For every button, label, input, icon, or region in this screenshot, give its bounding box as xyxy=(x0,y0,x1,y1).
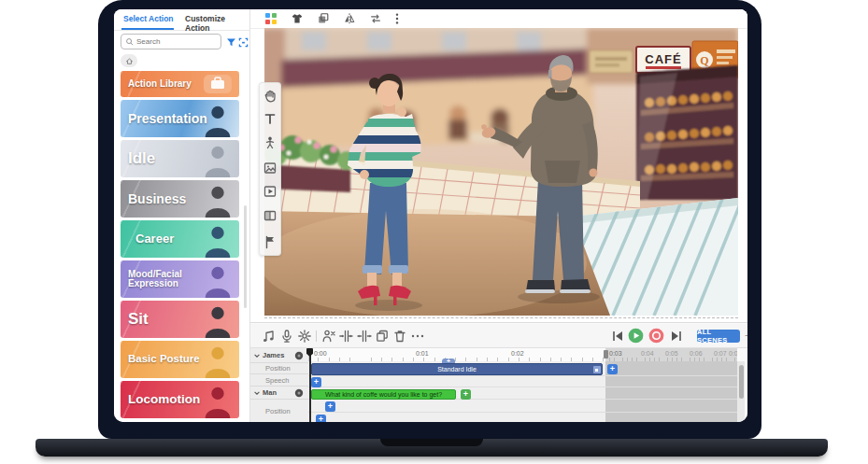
category-tile-locomotion[interactable]: Locomotion xyxy=(121,381,239,418)
record-button[interactable] xyxy=(648,328,664,344)
clip-label: What kind of coffe would you like to get… xyxy=(325,391,442,398)
ruler-label: 0:05 xyxy=(665,350,678,357)
timeline-ruler[interactable]: 0:00 0:01 0:02 0:03 0:04 0:05 0:06 0:07 … xyxy=(308,348,737,362)
category-tile-career[interactable]: Career xyxy=(121,220,239,258)
tab-customize-action[interactable]: Customize Action xyxy=(185,14,249,33)
track-man-position[interactable]: Position xyxy=(250,400,308,422)
outfit-icon[interactable] xyxy=(291,12,304,25)
category-tile-sit[interactable]: Sit xyxy=(121,301,239,338)
app-window: Select Action Customize Action xyxy=(114,9,747,422)
viewport-toolbar xyxy=(250,9,747,29)
stage-scene[interactable]: CAFÉ Q xyxy=(264,28,738,316)
category-tile-basic-posture[interactable]: Basic Posture xyxy=(121,341,239,378)
microphone-icon[interactable] xyxy=(279,329,294,344)
tab-select-action[interactable]: Select Action xyxy=(123,14,174,23)
timeline-zoom-out[interactable]: − xyxy=(745,330,747,341)
clip-standard-idle[interactable]: Standard Idle xyxy=(311,363,603,375)
tile-label: Idle xyxy=(121,150,155,166)
delete-clip-icon[interactable] xyxy=(392,329,407,344)
home-button[interactable] xyxy=(121,54,137,67)
all-scenes-button[interactable]: ALL SCENES xyxy=(697,330,740,343)
toolbar-divider xyxy=(316,330,317,342)
track-man[interactable]: Man xyxy=(250,387,308,400)
category-tile-mood-facial-expression[interactable]: Mood/Facial Expression xyxy=(121,260,239,298)
laptop-mockup: Select Action Customize Action xyxy=(0,0,868,464)
tile-label: Career xyxy=(121,232,174,245)
mirror-flip-icon[interactable] xyxy=(343,12,356,25)
add-speech-clip-button[interactable]: + xyxy=(461,389,471,400)
timeline-scrollbar[interactable] xyxy=(737,361,745,422)
tile-label: Action Library xyxy=(121,79,192,89)
add-man-position-button[interactable]: + xyxy=(316,415,326,422)
track-james-position[interactable]: Position xyxy=(250,363,308,374)
tile-label: Presentation xyxy=(121,112,207,125)
swap-icon[interactable] xyxy=(369,12,382,25)
scene-image-icon[interactable] xyxy=(263,161,277,176)
audio-track-icon[interactable] xyxy=(262,329,277,344)
add-position-key-button[interactable]: + xyxy=(311,377,321,387)
clip-resize-handle[interactable] xyxy=(593,366,601,373)
character-thumbnail xyxy=(200,222,235,258)
category-tile-business[interactable]: Business xyxy=(121,180,239,218)
track-row-man-position[interactable] xyxy=(308,413,737,422)
track-row-man[interactable] xyxy=(308,400,737,413)
split-view-icon[interactable] xyxy=(263,208,277,223)
home-icon xyxy=(125,57,134,65)
ruler-label: 0:07 xyxy=(714,350,727,357)
laptop-screen-bezel: Select Action Customize Action xyxy=(98,0,761,439)
add-man-action-button[interactable]: + xyxy=(325,401,335,412)
timeline-toolbar: ALL SCENES − + FIT xyxy=(250,324,747,348)
action-panel: Select Action Customize Action xyxy=(114,9,250,422)
timeline-scrollbar-thumb[interactable] xyxy=(739,365,744,399)
remove-actor-icon[interactable] xyxy=(321,329,336,344)
scene-end-marker[interactable] xyxy=(604,350,608,359)
trim-in-icon[interactable] xyxy=(339,329,354,344)
trim-out-icon[interactable] xyxy=(357,329,372,344)
character-thumbnail xyxy=(200,182,235,218)
ruler-label: 0:02 xyxy=(511,350,524,357)
track-name: James xyxy=(263,351,284,359)
ruler-label: 0:08 xyxy=(729,350,737,357)
flag-marker-icon[interactable] xyxy=(263,234,277,249)
stage-boundary-dashed xyxy=(264,317,738,318)
light-effect-icon[interactable] xyxy=(297,329,312,344)
skip-to-start-icon[interactable] xyxy=(610,329,625,344)
duplicate-icon[interactable] xyxy=(317,12,330,25)
track-settings-icon[interactable] xyxy=(294,388,304,398)
storefront-signs xyxy=(590,50,633,73)
more-options-icon[interactable] xyxy=(392,12,402,25)
pan-hand-icon[interactable] xyxy=(263,89,277,104)
clip-speech[interactable]: What kind of coffe would you like to get… xyxy=(311,389,456,400)
briefcase-icon xyxy=(204,75,232,93)
more-tools-icon[interactable] xyxy=(410,329,425,344)
search-input[interactable] xyxy=(135,36,213,47)
tile-label: Sit xyxy=(121,311,149,327)
category-tile-action-library[interactable]: Action Library xyxy=(121,71,239,97)
ruler-label: 0:04 xyxy=(641,350,654,357)
filter-icon[interactable] xyxy=(226,37,236,48)
category-tile-idle[interactable]: Idle xyxy=(121,140,239,177)
expand-view-icon[interactable] xyxy=(238,37,249,48)
playhead[interactable] xyxy=(309,348,311,422)
panel-scrollbar[interactable] xyxy=(244,205,247,308)
actor-pose-icon[interactable] xyxy=(263,135,277,150)
text-tool-icon[interactable] xyxy=(263,111,277,126)
track-row-james-position[interactable] xyxy=(308,376,737,387)
ruler-label: 0:01 xyxy=(416,350,429,357)
skip-to-end-icon[interactable] xyxy=(669,329,684,344)
category-tile-presentation[interactable]: Presentation xyxy=(121,100,239,137)
chevron-down-icon[interactable] xyxy=(253,389,261,397)
track-james-speech[interactable]: Speech xyxy=(250,374,308,387)
copy-clip-icon[interactable] xyxy=(375,329,390,344)
chevron-down-icon[interactable] xyxy=(253,352,261,359)
ruler-label: 0:03 xyxy=(609,350,622,357)
play-button[interactable] xyxy=(628,328,644,344)
character-thumbnail xyxy=(200,383,235,418)
add-action-clip-button[interactable]: + xyxy=(607,364,618,374)
media-clip-icon[interactable] xyxy=(263,184,277,199)
track-james[interactable]: James xyxy=(250,348,308,363)
content-manager-icon[interactable] xyxy=(264,12,277,25)
search-box[interactable] xyxy=(121,34,221,49)
ruler-label: 0:00 xyxy=(314,350,327,357)
track-settings-icon[interactable] xyxy=(294,351,304,360)
